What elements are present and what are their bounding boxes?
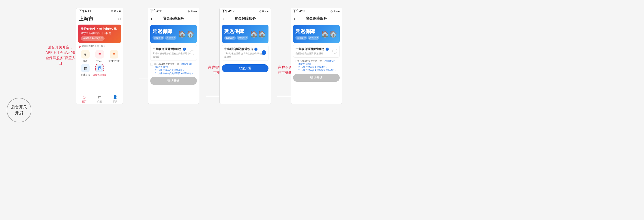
nav-home-icon: ⊙ [82,95,86,100]
agree-link4-4[interactable]: 《个人账户资金损失保险附加保险条款》 [296,69,337,72]
banner-tag2-2: 高保障 > [165,36,176,40]
status-icons-4: ... ◎ ⊠ ≈ ■ [328,10,340,13]
status-bar-1: 下午4:11 ◎ ⊠ ≈ ■ [76,8,123,14]
banner-btn[interactable]: 如有违者必追究责任 [81,36,104,41]
banner-line1: 维护金融秩序 禁止虚假交易 [81,27,118,31]
nav-mine[interactable]: 👤 我的 [108,94,123,104]
service-title-4: 资金保障服务 [306,16,327,21]
card-title-3: 中华联合延迟保障服务 i [224,47,262,51]
status-bar-3: 下午4:12 ... ◎ ⊠ ≈ ■ [220,8,271,14]
agree-checkbox-2[interactable] [150,63,153,65]
service-title-2: 资金保障服务 [163,16,184,21]
annotation-backend: 后台开关开启，APP上才会展示"资金保障服务"设置入口 [45,45,76,66]
agree-link4-2[interactable]: 《个人账户资金损失保险附加保险条款》 [154,72,194,75]
agree-section-2: 我已阅读协议并同意开通 《投保须知》 《客户告知书》 《个人账户资金损失保险条款… [150,63,197,75]
card-sub-3: 24小时极速理赔 交易资金安全保障 快速理赔 [224,52,262,58]
banner-tag1-4: 低服务费 [295,36,307,40]
agree-link2-4[interactable]: 《客户告知书》 [296,63,312,65]
service-card-3: 中华联合延迟保障服务 i 24小时极速理赔 交易资金安全保障 快速理赔 ✓ [222,45,268,61]
icon-credit-card[interactable]: ≡ 信用卡申请 [107,50,121,63]
promo-banner: 维护金融秩序 禁止虚假交易 遵守市场规则 禁止非法网售 如有违者必追究责任 [78,24,121,43]
card-sub-4: 交易资金安全保障 快速理赔 [296,52,329,55]
icon-shoukuan[interactable]: ¥ 收款 [78,50,92,63]
back-btn-4[interactable]: ‹ [294,16,295,21]
nav-trade-icon: ⇄ [98,95,101,100]
house-deco-2: 🏠🏠 [178,30,194,38]
service-card-4: 中华联合延迟保障服务 i 交易资金安全保障 快速理赔 [293,45,340,58]
status-icons-3: ... ◎ ⊠ ≈ ■ [256,10,268,13]
shoukuan-icon: ¥ [81,50,90,59]
service-banner-4: 延迟保障 低服务费 高保障 > 🏠🏠 [293,25,340,43]
icon-scan[interactable]: ▦ 开通扫码 [78,64,92,76]
banner-line2: 遵守市场规则 禁止非法网售 [81,31,118,35]
info-icon-3[interactable]: i [254,48,258,51]
nav-trade-label: 交易 [98,100,102,103]
check-icon-2[interactable] [190,50,194,55]
back-btn-3[interactable]: ‹ [222,16,224,21]
city-label: 上海市 [78,16,94,22]
card-sub-2: 24小时极速理赔 交易资金安全保障 快速理赔 [153,52,190,58]
card-title-2: 中华联合延迟保障服务 i [153,47,190,51]
icon-card-auth[interactable]: ≡ 卡认证 [92,50,107,63]
time-4: 下午4:11 [293,9,306,13]
banner-tag2-3: 高保障 > [237,36,248,40]
confirm-btn-4[interactable]: 确认开通 [293,74,340,82]
info-icon-4[interactable]: i [326,48,329,51]
bottom-nav: ⊙ 首页 ⇄ 交易 👤 我的 [76,94,123,104]
service-header-2: ‹ 资金保障服务 [148,14,199,23]
scan-label: 开通扫码 [81,73,90,76]
service-header-3: ‹ 资金保障服务 [220,14,271,23]
banner-tag2-4: 高保障 > [308,36,319,40]
nav-home-label: 首页 [82,100,86,103]
nav-home[interactable]: ⊙ 首页 [76,94,92,104]
agree-link3-2[interactable]: 《个人账户资金损失保险条款》 [154,69,185,72]
plus-bar: ◎ 团零钱PLUS全新上线！ [76,44,123,49]
agree-link1-2[interactable]: 《投保须知》 [180,63,193,65]
agree-checkbox-4[interactable] [293,60,296,62]
service-banner-2: 延迟保障 低服务费 高保障 > 🏠🏠 [150,25,197,43]
circle-label: 后台开关 开启 [7,98,31,122]
insurance-label: 资金保障服务 [93,73,106,76]
nav-mine-icon: 👤 [113,95,118,100]
cancel-btn-3[interactable]: 取消开通 [222,64,268,72]
check-icon-4[interactable] [332,49,337,54]
back-btn-2[interactable]: ‹ [151,16,152,21]
service-banner-3: 延迟保障 低服务费 高保障 > 🏠🏠 [222,25,268,43]
banner-tag1-2: 低服务费 [152,36,164,40]
banner-main-4: 延迟保障 [295,28,319,35]
credit-card-icon: ≡ [110,50,118,59]
icon-grid-row1: ¥ 收款 ≡ 卡认证 ≡ 信用卡申请 [76,49,123,63]
card-auth-label: 卡认证 [96,59,103,63]
plus-text: 团零钱PLUS全新上线！ [82,45,106,48]
phone-settings-off: 设置页—未开通状态 下午4:11 ... ◎ ⊠ ≈ ■ ‹ 资金保障服务 延迟… [148,8,199,104]
phone-settings-on: 设置页—开通状态 下午4:12 ... ◎ ⊠ ≈ ■ ‹ 资金保障服务 延迟保… [220,8,271,104]
scan-icon: ▦ [81,64,90,72]
message-icon[interactable]: ✉ [118,17,121,21]
icon-insurance[interactable]: 保 资金保障服务 [92,64,107,76]
info-icon-2[interactable]: i [183,48,186,51]
agree-text-2: 我已阅读协议并同意开通 [154,63,179,65]
house-deco-4: 🏠🏠 [321,30,338,38]
nav-mine-label: 我的 [113,100,117,103]
service-title-3: 资金保障服务 [234,16,256,21]
time-1: 下午4:11 [78,9,91,13]
banner-main-3: 延迟保障 [224,28,248,35]
card-auth-icon: ≡ [96,50,104,59]
status-bar-4: 下午4:11 ... ◎ ⊠ ≈ ■ [291,8,342,14]
agree-link3-4[interactable]: 《个人账户资金损失保险条款》 [296,66,328,68]
plus-badge: ◎ [78,45,81,48]
check-icon-3[interactable]: ✓ [262,50,266,55]
agree-link1-4[interactable]: 《投保须知》 [322,60,336,62]
time-2: 下午4:11 [150,9,163,13]
home-header: 上海市 ✉ [76,14,123,24]
time-3: 下午4:12 [222,9,234,13]
confirm-btn-2[interactable]: 确认开通 [150,77,197,85]
credit-card-label: 信用卡申请 [108,59,120,63]
agree-link2-2[interactable]: 《客户告知书》 [154,66,169,68]
icon-grid-row2: ▦ 开通扫码 保 资金保障服务 [76,63,123,77]
service-card-2: 中华联合延迟保障服务 i 24小时极速理赔 交易资金安全保障 快速理赔 [150,45,197,61]
shoukuan-label: 收款 [83,59,88,63]
status-bar-2: 下午4:11 ... ◎ ⊠ ≈ ■ [148,8,199,14]
nav-trade[interactable]: ⇄ 交易 [92,94,107,104]
phone-settings-off2: 设置页—未开通状态 下午4:11 ... ◎ ⊠ ≈ ■ ‹ 资金保障服务 延迟… [291,8,342,104]
